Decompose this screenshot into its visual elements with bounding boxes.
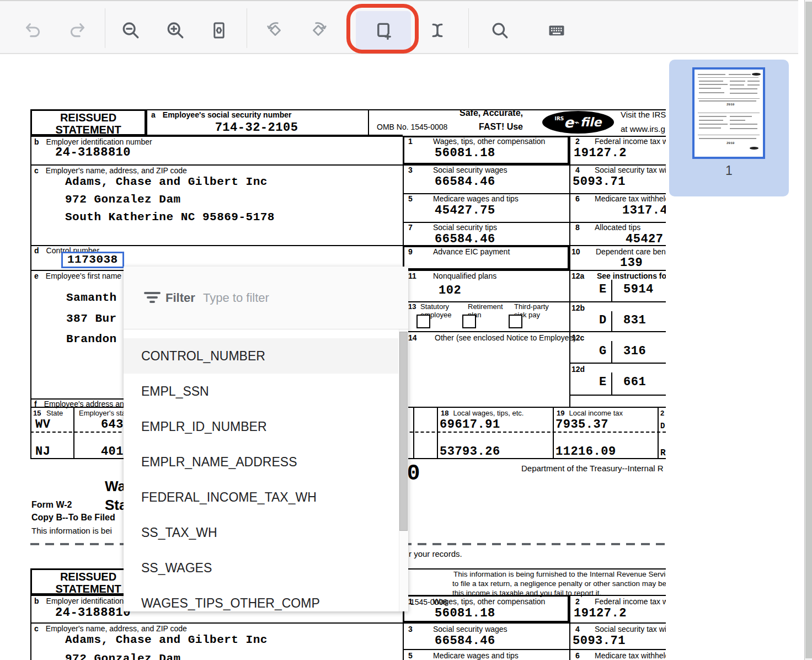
box2-number: 2: [575, 137, 580, 146]
thumb-line: [698, 74, 725, 75]
box2-number-2: 2: [575, 597, 580, 606]
box9-number: 9: [408, 247, 413, 256]
window-scrollbar-track[interactable]: [804, 0, 812, 660]
box14-label: Other (see enclosed Notice to Employee): [435, 333, 576, 342]
box1-value: 56081.18: [435, 146, 495, 160]
state-row1-state: WV: [35, 418, 50, 432]
form-line: [73, 407, 74, 458]
dropdown-item-ss-tax-wh[interactable]: SS_TAX_WH: [124, 515, 398, 550]
box1-value-2: 56081.18: [435, 606, 495, 620]
thumb-line: [730, 120, 745, 121]
box11-number: 11: [408, 272, 416, 280]
rotate-right-icon[interactable]: [309, 21, 328, 40]
employer-street: 972 Gonzalez Dam: [65, 193, 181, 206]
resize-annotation-icon[interactable]: [428, 21, 447, 40]
filter-input[interactable]: Filter Type to filter: [124, 267, 408, 329]
box3-number: 3: [408, 166, 413, 174]
rotate-left-icon[interactable]: [266, 21, 285, 40]
box4-label: Social security tax with: [595, 166, 666, 174]
toolbar: [0, 0, 798, 54]
employer-state-id-label: Employer's sta: [79, 409, 126, 417]
toolbar-divider: [247, 8, 247, 48]
dropdown-item-wages-tips-other-comp[interactable]: WAGES_TIPS_OTHER_COMP: [124, 586, 398, 611]
box3-number-2: 3: [408, 625, 413, 634]
state-row2-id-fragment: 401: [77, 445, 124, 459]
box5-number: 5: [408, 194, 413, 203]
box-e-letter: e: [34, 272, 39, 280]
box7-label: Social security tips: [433, 223, 497, 232]
box-b-letter: b: [34, 137, 39, 146]
add-rectangle-tool-icon[interactable]: [374, 21, 393, 40]
box-b2-label: Employer identification nu: [46, 597, 135, 605]
fit-to-width-icon[interactable]: [210, 21, 228, 40]
employer-name: Adams, Chase and Gilbert Inc: [65, 175, 268, 188]
statutory-employee-checkbox: [416, 315, 430, 328]
box13-retirement-label1: Retirement: [468, 302, 503, 311]
thumb-line: [730, 84, 744, 86]
form-w2-label: Form W-2: [31, 500, 72, 510]
zoom-out-icon[interactable]: [121, 21, 140, 40]
treasury-label: Department of the Treasury--Internal R: [521, 464, 664, 473]
box11-label: Nonqualified plans: [433, 272, 496, 280]
thumb-line: [747, 84, 760, 86]
box5-label: Medicare wages and tips: [433, 194, 519, 203]
thumb-line: [699, 100, 756, 102]
page-thumbnail-1[interactable]: 2010 2010: [692, 67, 765, 159]
box-e-label: Employee's first name ar: [46, 272, 131, 280]
box1-number-2: 1: [408, 597, 413, 606]
box12a-code: E: [599, 283, 607, 296]
thumb-line: [699, 124, 728, 125]
page-number-label: 1: [669, 163, 789, 178]
dropdown-item-empl-ssn[interactable]: EMPL_SSN: [124, 374, 398, 409]
box2-value: 19127.2: [574, 146, 627, 160]
redo-icon[interactable]: [68, 21, 87, 40]
notice-line1: This information is being furnished to t…: [453, 570, 666, 578]
thumb-line: [730, 81, 745, 82]
dropdown-item-federal-income-tax-wh[interactable]: FEDERAL_INCOME_TAX_WH: [124, 480, 398, 515]
box-f-letter: f: [34, 400, 37, 408]
notice-line3: this income is taxable and you fail to r…: [452, 589, 601, 597]
box15-label: State: [46, 409, 63, 417]
filter-label: Filter: [165, 291, 195, 305]
thumb-line: [730, 88, 757, 89]
box9-label: Advance EIC payment: [433, 247, 510, 256]
wage-boxes-area: 1 Wages, tips, other compensation 56081.…: [403, 109, 666, 459]
thumb-line: [699, 120, 723, 121]
thumb-line: [699, 116, 726, 117]
zoom-in-icon[interactable]: [166, 21, 185, 40]
box5-number-2: 5: [408, 651, 413, 660]
thumb-line: [730, 124, 757, 125]
reissued-line2: STATEMENT: [30, 124, 146, 136]
box-a-letter: a: [151, 110, 156, 119]
box20-number-fragment: 2: [660, 409, 664, 417]
box20-value-row2-fragment: R: [660, 448, 666, 458]
box-d-letter: d: [34, 246, 39, 255]
box12d-value: 661: [623, 375, 646, 389]
employee-city-fragment: Brandon: [66, 333, 117, 345]
records-fragment: r your records.: [409, 549, 462, 558]
box12b-code: D: [599, 313, 607, 327]
search-icon[interactable]: [490, 21, 509, 40]
box4-value: 5093.71: [573, 175, 626, 189]
box8-label: Allocated tips: [595, 223, 640, 232]
thumb-line: [699, 84, 728, 85]
dropdown-scrollbar-thumb[interactable]: [399, 332, 408, 531]
undo-icon[interactable]: [24, 21, 42, 40]
box2-value-2: 19127.2: [574, 606, 627, 620]
box12c-number: 12c: [571, 333, 584, 342]
thumb-year: 2010: [726, 103, 734, 107]
dropdown-item-emplr-id-number[interactable]: EMPLR_ID_NUMBER: [124, 409, 398, 444]
thumb-line: [747, 81, 760, 82]
box20-value-row1-fragment: D: [660, 422, 665, 430]
box3-label: Social security wages: [433, 166, 507, 174]
dropdown-item-emplr-name-address[interactable]: EMPLR_NAME_ADDRESS: [124, 444, 398, 480]
keyboard-icon[interactable]: [547, 21, 566, 40]
window-scrollbar-thumb[interactable]: [805, 2, 812, 658]
box18-value-row2: 53793.26: [440, 445, 500, 459]
box18-number: 18: [441, 409, 448, 417]
dropdown-item-control-number[interactable]: CONTROL_NUMBER: [124, 338, 398, 374]
box10-value: 139: [620, 256, 643, 270]
employer-street-2: 972 Gonzalez Dam: [65, 652, 181, 660]
reissued-line1: REISSUED: [30, 111, 146, 124]
dropdown-item-ss-wages[interactable]: SS_WAGES: [124, 550, 398, 586]
